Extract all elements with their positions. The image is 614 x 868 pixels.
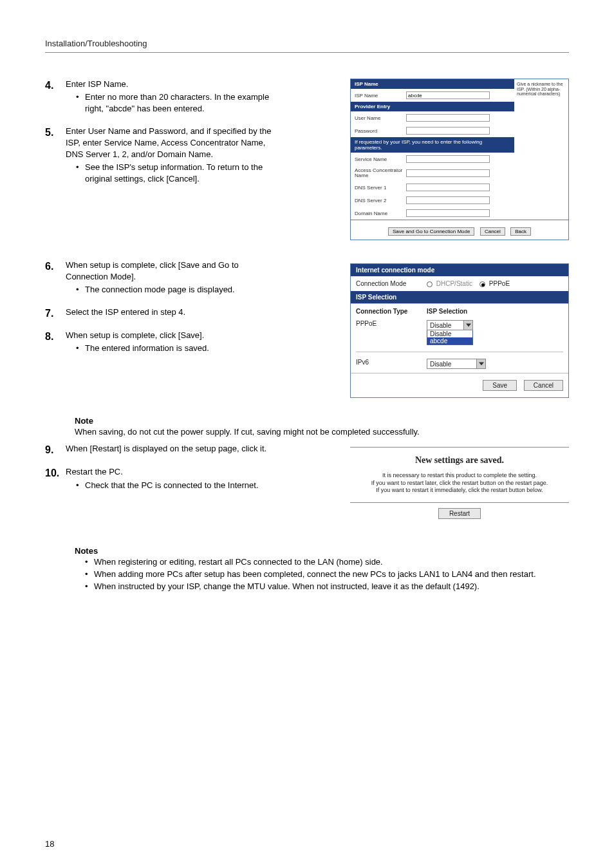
step-10: 10. Restart the PC. Check that the PC is… [45, 466, 283, 492]
notes-item: When adding more PCs after setup has bee… [85, 569, 569, 579]
restart-line2: If you want to restart later, click the … [350, 480, 569, 487]
step-number: 6. [45, 259, 66, 297]
panel-bar-provider: Provider Entry [351, 102, 514, 111]
radio-pppoe-label: PPPoE [489, 280, 510, 287]
step-number: 5. [45, 126, 66, 187]
chevron-down-icon [463, 321, 472, 330]
note-heading: Note [75, 416, 569, 426]
step-bullet: Check that the PC is connected to the In… [76, 480, 283, 491]
radio-dhcp-label: DHCP/Static [436, 280, 472, 287]
isp-config-panel: ISP Name ISP Name Provider Entry User Na… [350, 79, 569, 220]
step-bullet: The entered information is saved. [76, 343, 283, 354]
save-goto-button[interactable]: Save and Go to Connection Mode [388, 227, 475, 236]
step-title: Select the ISP entered in step 4. [66, 307, 185, 317]
step-bullet: Enter no more than 20 characters. In the… [76, 91, 283, 115]
step-title: When setup is complete, click [Save and … [66, 260, 239, 281]
panel-bar-isp-name: ISP Name [351, 79, 514, 89]
col-isp-selection: ISP Selection [427, 308, 467, 315]
step-5: 5. Enter User Name and Password, and if … [45, 126, 283, 187]
col-connection-type: Connection Type [356, 308, 427, 315]
panel-sidenote: Give a nickname to the ISP. (Within 20 a… [514, 79, 568, 220]
cancel-button[interactable]: Cancel [524, 380, 563, 391]
ipv6-dropdown-value: Disable [427, 361, 476, 368]
password-input[interactable] [406, 127, 490, 135]
step-7: 7. Select the ISP entered in step 4. [45, 307, 283, 321]
page-number: 18 [45, 839, 54, 849]
service-name-input[interactable] [406, 155, 490, 163]
radio-pppoe[interactable] [479, 281, 485, 287]
dns2-input[interactable] [406, 196, 490, 204]
connection-mode-panel: Internet connection mode Connection Mode… [350, 263, 569, 398]
chevron-down-icon [476, 359, 485, 368]
step-bullet: The connection mode page is displayed. [76, 284, 283, 296]
pppoe-dropdown-list: Disable abcde [427, 330, 473, 345]
panel-bar-isp-selection: ISP Selection [351, 291, 568, 303]
radio-dhcp[interactable] [427, 281, 433, 287]
panel-bar-conn-mode: Internet connection mode [351, 264, 568, 276]
save-button[interactable]: Save [483, 380, 517, 391]
pppoe-dropdown[interactable]: Disable [427, 320, 473, 330]
step-6: 6. When setup is complete, click [Save a… [45, 259, 283, 297]
row-ipv6-label: IPv6 [356, 359, 427, 366]
isp-name-input[interactable] [406, 91, 490, 99]
notes-heading: Notes [75, 546, 569, 556]
pppoe-option-disable[interactable]: Disable [427, 330, 472, 337]
service-name-label: Service Name [355, 156, 406, 162]
pppoe-dropdown-value: Disable [427, 322, 463, 329]
step-4: 4. Enter ISP Name. Enter no more than 20… [45, 79, 283, 117]
restart-panel: New settings are saved. It is necessary … [350, 447, 569, 524]
dns1-label: DNS Server 1 [355, 185, 406, 191]
step-number: 9. [45, 443, 66, 457]
username-label: User Name [355, 115, 406, 121]
step-8: 8. When setup is complete, click [Save].… [45, 330, 283, 355]
dns1-input[interactable] [406, 184, 490, 191]
step-title: When setup is complete, click [Save]. [66, 330, 204, 340]
restart-line3: If you want to restart it immediately, c… [350, 487, 569, 495]
ac-name-input[interactable] [406, 169, 490, 177]
row-pppoe-label: PPPoE [356, 320, 427, 327]
domain-input[interactable] [406, 209, 490, 217]
back-button[interactable]: Back [510, 227, 531, 236]
domain-label: Domain Name [355, 211, 406, 216]
step-number: 10. [45, 466, 66, 492]
section-header: Installation/Troubleshooting [45, 39, 569, 53]
password-label: Password [355, 128, 406, 134]
step-title: Enter ISP Name. [66, 79, 128, 89]
step-number: 8. [45, 330, 66, 355]
pppoe-option-abcde[interactable]: abcde [427, 337, 472, 344]
step-title: Enter User Name and Password, and if spe… [66, 126, 271, 159]
step-number: 7. [45, 307, 66, 321]
ac-name-label: Access Concentrator Name [355, 168, 406, 178]
step-number: 4. [45, 79, 66, 117]
username-input[interactable] [406, 114, 490, 122]
isp-name-label: ISP Name [355, 93, 406, 99]
restart-line1: It is necessary to restart this product … [350, 472, 569, 480]
note-text: When saving, do not cut the power supply… [75, 427, 569, 437]
step-title: Restart the PC. [66, 467, 123, 476]
step-title: When [Restart] is displayed on the setup… [66, 444, 266, 453]
notes-item: When instructed by your ISP, change the … [85, 581, 569, 591]
dns2-label: DNS Server 2 [355, 198, 406, 203]
restart-button[interactable]: Restart [438, 508, 481, 519]
restart-title: New settings are saved. [350, 455, 569, 466]
ipv6-dropdown[interactable]: Disable [427, 359, 486, 369]
step-bullet: See the ISP's setup information. To retu… [76, 162, 283, 185]
panel-bar-optional: If requested by your ISP, you need to en… [351, 137, 514, 153]
connection-mode-label: Connection Mode [356, 280, 427, 287]
notes-item: When registering or editing, restart all… [85, 557, 569, 567]
cancel-button[interactable]: Cancel [480, 227, 505, 236]
step-9: 9. When [Restart] is displayed on the se… [45, 443, 283, 457]
